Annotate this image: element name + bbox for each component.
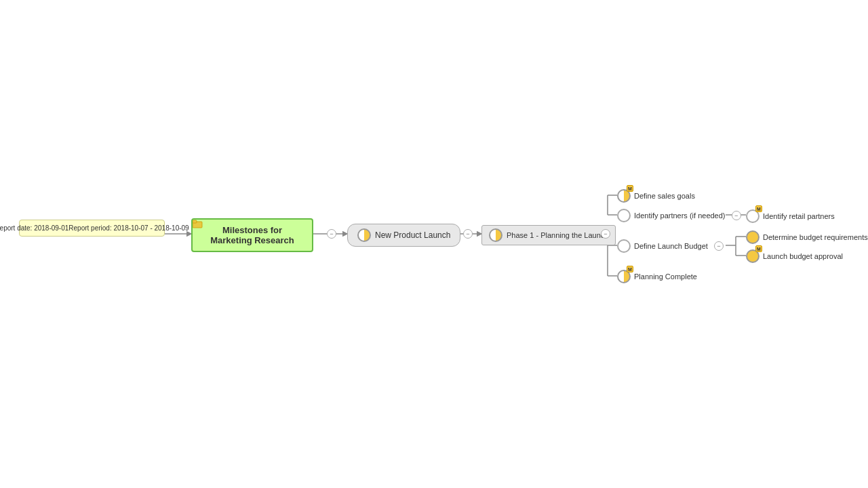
task-define-budget[interactable]: Define Launch Budget − bbox=[617, 239, 724, 253]
svg-rect-18 bbox=[193, 222, 202, 228]
subtask-determine-budget[interactable]: Determine budget requirements bbox=[746, 230, 868, 244]
product-label: New Product Launch bbox=[375, 230, 450, 240]
task-planning-complete[interactable]: M Planning Complete bbox=[617, 270, 697, 283]
subtask-identify-retail-label: Identify retail partners bbox=[763, 212, 835, 220]
task-define-sales-label: Define sales goals bbox=[634, 192, 695, 200]
svg-rect-19 bbox=[193, 220, 197, 223]
milestones-label: Milestones for Marketing Research bbox=[202, 225, 302, 245]
task-identify-partners[interactable]: Identify partners (if needed) − bbox=[617, 209, 741, 222]
subtask-budget-approval-label: Launch budget approval bbox=[763, 252, 843, 260]
product-node[interactable]: New Product Launch bbox=[347, 224, 460, 247]
budget-collapse[interactable]: − bbox=[714, 241, 724, 251]
report-box: Report date: 2018-09-01 Report period: 2… bbox=[19, 220, 165, 237]
phase-node[interactable]: Phase 1 - Planning the Launch bbox=[481, 225, 616, 245]
report-period: Report period: 2018-10-07 - 2018-10-09 bbox=[68, 223, 189, 233]
task-define-sales[interactable]: M Define sales goals bbox=[617, 189, 695, 203]
task-planning-complete-label: Planning Complete bbox=[634, 272, 697, 281]
task-define-budget-label: Define Launch Budget bbox=[634, 242, 708, 250]
milestones-collapse[interactable]: − bbox=[327, 229, 336, 239]
partners-collapse[interactable]: − bbox=[732, 211, 741, 220]
subtask-budget-approval[interactable]: M Launch budget approval bbox=[746, 249, 843, 263]
milestones-node[interactable]: Milestones for Marketing Research bbox=[191, 218, 313, 252]
phase-label: Phase 1 - Planning the Launch bbox=[507, 231, 608, 239]
subtask-identify-retail[interactable]: M Identify retail partners bbox=[746, 209, 835, 223]
subtask-determine-budget-label: Determine budget requirements bbox=[763, 233, 868, 241]
product-collapse[interactable]: − bbox=[463, 229, 473, 239]
report-date: Report date: 2018-09-01 bbox=[0, 223, 68, 233]
task-identify-partners-label: Identify partners (if needed) bbox=[634, 211, 726, 220]
phase-collapse[interactable]: − bbox=[601, 229, 610, 239]
